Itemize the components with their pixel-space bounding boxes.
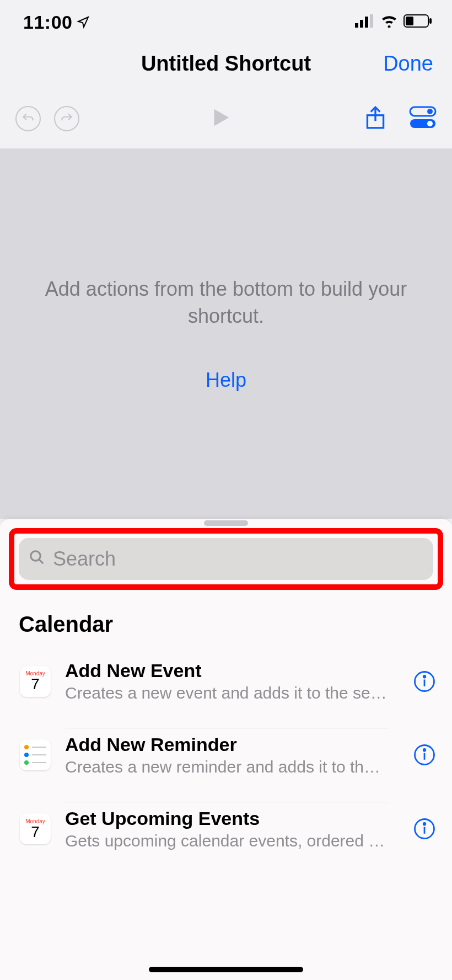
svg-rect-2: [365, 17, 368, 28]
status-left: 11:00: [23, 12, 90, 33]
battery-icon: [403, 14, 432, 30]
calendar-icon-day: 7: [31, 677, 40, 692]
action-add-new-event[interactable]: Monday 7 Add New Event Creates a new eve…: [0, 645, 452, 718]
status-bar: 11:00: [0, 0, 452, 39]
shortcut-canvas: Add actions from the bottom to build you…: [0, 149, 452, 519]
cellular-icon: [355, 14, 375, 30]
canvas-hint: Add actions from the bottom to build you…: [33, 276, 419, 329]
search-placeholder: Search: [53, 547, 116, 571]
action-subtitle: Creates a new event and adds it to the s…: [65, 684, 389, 702]
share-button[interactable]: [362, 104, 389, 134]
location-icon: [77, 12, 90, 33]
done-button[interactable]: Done: [383, 52, 433, 76]
action-title: Add New Reminder: [65, 734, 389, 755]
calendar-app-icon: Monday 7: [19, 665, 52, 698]
toolbar: [0, 88, 452, 149]
info-button[interactable]: [402, 743, 446, 766]
action-title: Get Upcoming Events: [65, 808, 389, 829]
action-title: Add New Event: [65, 660, 389, 681]
undo-button[interactable]: [15, 106, 41, 131]
wifi-icon: [380, 14, 398, 30]
page-title: Untitled Shortcut: [141, 52, 311, 76]
svg-point-11: [427, 121, 433, 126]
svg-rect-1: [360, 20, 363, 28]
svg-point-22: [423, 823, 426, 825]
status-time: 11:00: [23, 12, 72, 33]
redo-button[interactable]: [54, 106, 79, 131]
svg-rect-0: [355, 23, 358, 28]
actions-sheet[interactable]: Search Calendar Monday 7 Add New Event C…: [0, 519, 452, 980]
svg-rect-3: [370, 14, 373, 28]
sheet-grabber[interactable]: [204, 520, 248, 526]
section-header-calendar: Calendar: [0, 596, 452, 645]
settings-toggle-button[interactable]: [409, 104, 437, 134]
info-button[interactable]: [402, 817, 446, 840]
home-indicator[interactable]: [149, 967, 303, 972]
svg-point-16: [423, 675, 426, 678]
calendar-icon-day: 7: [31, 824, 40, 840]
search-icon: [29, 547, 45, 571]
play-button[interactable]: [208, 105, 233, 132]
navbar: Untitled Shortcut Done: [0, 39, 452, 88]
status-right: [355, 14, 432, 30]
action-get-upcoming-events[interactable]: Monday 7 Get Upcoming Events Gets upcomi…: [0, 792, 452, 866]
action-add-new-reminder[interactable]: Add New Reminder Creates a new reminder …: [0, 718, 452, 792]
svg-rect-6: [429, 18, 432, 24]
highlight-annotation: Search: [9, 528, 443, 590]
svg-line-13: [39, 560, 44, 564]
svg-point-9: [427, 109, 433, 114]
calendar-app-icon: Monday 7: [19, 812, 52, 845]
info-button[interactable]: [402, 670, 446, 693]
svg-rect-5: [406, 17, 413, 25]
svg-point-19: [423, 749, 426, 752]
action-subtitle: Gets upcoming calendar events, ordered f…: [65, 832, 389, 850]
search-input[interactable]: Search: [19, 538, 433, 580]
help-link[interactable]: Help: [206, 369, 246, 392]
svg-point-12: [31, 551, 41, 561]
action-subtitle: Creates a new reminder and adds it to th…: [65, 758, 389, 776]
reminders-app-icon: [19, 738, 52, 771]
